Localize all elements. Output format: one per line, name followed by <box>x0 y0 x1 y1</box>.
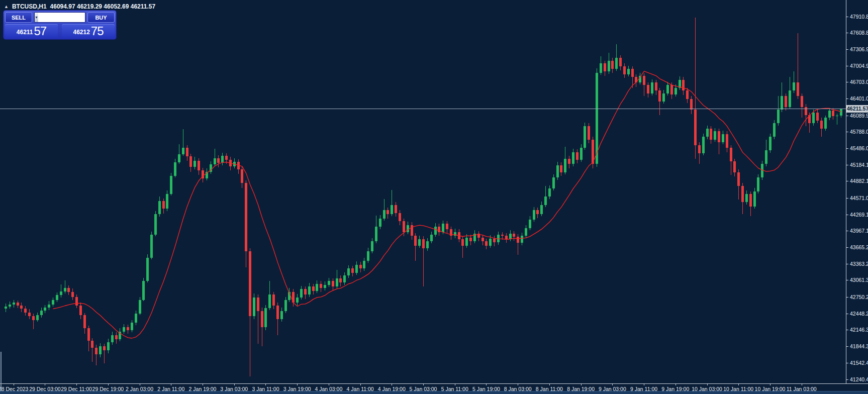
candle-body <box>225 156 228 160</box>
price-axis[interactable]: 47910.8047608.8547306.9047004.9546703.00… <box>846 0 868 383</box>
candle-body <box>391 205 393 214</box>
time-axis-tick <box>518 383 518 385</box>
price-axis-label: 41844.35 <box>850 343 868 349</box>
candle-body <box>5 307 7 309</box>
candle-body <box>781 96 783 110</box>
candle-body <box>280 311 283 319</box>
candle-body <box>576 152 578 160</box>
candle-body <box>300 289 303 297</box>
candle-body <box>726 134 728 148</box>
price-axis-label: 42448.25 <box>850 311 868 317</box>
price-axis-label: 47608.85 <box>850 30 868 36</box>
candle-body <box>332 281 334 286</box>
candle-body <box>217 158 220 163</box>
price-axis-label: 44269.10 <box>850 212 868 218</box>
candle-body <box>572 152 574 164</box>
candle-body <box>832 111 834 116</box>
volume-input[interactable] <box>38 13 85 22</box>
candle-body <box>32 316 35 320</box>
candle-body <box>123 327 125 332</box>
candle-body <box>343 275 346 282</box>
candle-body <box>469 238 472 242</box>
price-axis-tick <box>846 314 848 314</box>
price-axis-tick <box>846 247 848 248</box>
price-axis-label: 46703.00 <box>850 79 868 85</box>
candle-body <box>383 210 385 218</box>
candle-body <box>308 286 311 294</box>
candle-body <box>690 99 693 110</box>
time-axis[interactable]: 28 Dec 202329 Dec 03:0029 Dec 11:0029 De… <box>0 383 868 394</box>
candle-body <box>840 109 842 116</box>
candle-body <box>418 239 421 246</box>
candle-body <box>694 110 697 145</box>
buy-button[interactable]: BUY <box>87 12 115 23</box>
candle-body <box>556 165 559 178</box>
symbol-period-label: BTCUSD,H1 <box>12 3 47 10</box>
sell-button[interactable]: SELL <box>5 12 32 23</box>
price-axis-tick <box>846 231 848 231</box>
price-axis-tick <box>846 66 848 66</box>
candle-body <box>115 335 118 339</box>
candle-body <box>79 306 82 315</box>
candle-body <box>189 156 192 167</box>
candle-body <box>513 234 515 237</box>
candle-body <box>355 265 358 273</box>
candle-body <box>608 61 610 72</box>
panel-collapse-icon[interactable]: ▲ <box>4 4 9 9</box>
candle-body <box>103 346 106 350</box>
candle-body <box>651 82 653 93</box>
candle-body <box>245 183 247 251</box>
candle-body <box>214 158 216 165</box>
time-axis-tick <box>360 383 361 385</box>
candle-body <box>722 134 724 142</box>
candle-body <box>521 236 523 243</box>
time-axis-tick <box>549 383 550 385</box>
candle-body <box>399 213 401 221</box>
candle-body <box>324 285 326 288</box>
candle-body <box>489 239 492 246</box>
candle-body <box>241 169 243 183</box>
candle-body <box>812 113 815 124</box>
candle-body <box>379 219 381 227</box>
candle-body <box>17 303 19 305</box>
sell-quote-box[interactable]: 46211 57 <box>5 24 58 38</box>
candle-body <box>434 227 437 235</box>
candle-body <box>261 311 263 327</box>
price-axis-label: 43061.30 <box>850 277 868 283</box>
price-axis-tick <box>846 280 848 280</box>
candle-body <box>60 291 62 296</box>
candlestick-chart[interactable] <box>0 0 846 383</box>
buy-price-main: 46212 <box>73 27 89 37</box>
candle-body <box>174 162 176 176</box>
price-axis-label: 46401.05 <box>850 95 868 102</box>
candle-body <box>647 85 649 93</box>
candle-body <box>158 201 161 214</box>
candle-body <box>407 225 409 232</box>
candle-body <box>198 161 200 170</box>
candle-body <box>170 176 172 194</box>
candle-body <box>75 297 78 306</box>
candle-body <box>548 188 551 196</box>
price-axis-label: 44571.05 <box>850 195 868 201</box>
candle-body <box>36 315 39 320</box>
candle-body <box>87 328 90 341</box>
candle-body <box>154 214 157 235</box>
candle-body <box>135 314 137 323</box>
candle-body <box>363 261 365 268</box>
price-axis-tick <box>846 82 848 82</box>
price-axis-label: 42750.20 <box>850 294 868 300</box>
candle-body <box>824 118 827 129</box>
time-axis-tick <box>423 383 424 385</box>
candle-body <box>446 224 448 229</box>
volume-decrease-button[interactable]: ▼ <box>35 13 38 22</box>
moving-average-line <box>53 71 841 338</box>
buy-quote-box[interactable]: 46212 75 <box>62 24 115 38</box>
candle-body <box>745 194 748 202</box>
price-axis-tick <box>846 165 848 165</box>
candle-body <box>753 191 756 207</box>
candle-body <box>533 210 535 219</box>
candle-body <box>111 335 114 342</box>
candle-body <box>682 80 685 91</box>
volume-stepper: ▼ ▲ <box>34 12 85 23</box>
candle-body <box>64 288 66 291</box>
